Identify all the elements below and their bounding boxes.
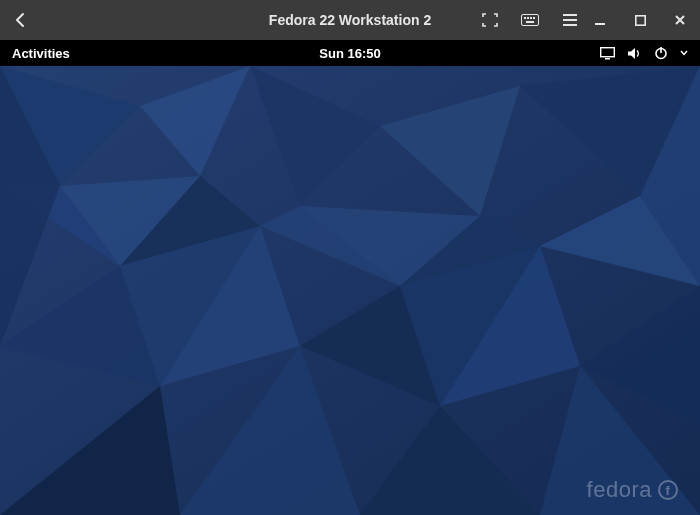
svg-rect-11	[601, 47, 615, 56]
chevron-down-icon	[680, 50, 688, 56]
svg-rect-12	[605, 58, 610, 60]
display-icon	[600, 47, 615, 60]
maximize-button[interactable]	[630, 10, 650, 30]
clock-button[interactable]: Sun 16:50	[319, 46, 380, 61]
vm-title: Fedora 22 Workstation 2	[269, 12, 431, 28]
svg-rect-4	[533, 17, 535, 19]
svg-rect-0	[522, 15, 539, 26]
fullscreen-icon	[482, 13, 498, 27]
svg-rect-14	[660, 47, 662, 53]
svg-rect-9	[595, 23, 605, 25]
close-icon	[674, 14, 686, 26]
chevron-left-icon	[15, 12, 25, 28]
hamburger-icon	[563, 14, 577, 26]
svg-rect-6	[563, 14, 577, 16]
svg-rect-7	[563, 19, 577, 21]
maximize-icon	[635, 15, 646, 26]
back-button[interactable]	[0, 0, 40, 40]
keyboard-button[interactable]	[520, 10, 540, 30]
minimize-icon	[594, 14, 606, 26]
wallpaper-pattern	[0, 66, 700, 515]
fedora-watermark: fedora f	[587, 477, 678, 503]
svg-rect-1	[524, 17, 526, 19]
fedora-logo-icon: f	[658, 480, 678, 500]
svg-rect-8	[563, 24, 577, 26]
fullscreen-button[interactable]	[480, 10, 500, 30]
menu-button[interactable]	[560, 10, 580, 30]
desktop-wallpaper[interactable]: fedora f	[0, 66, 700, 515]
power-icon	[654, 46, 668, 60]
gnome-top-bar: Activities Sun 16:50	[0, 40, 700, 66]
svg-rect-3	[530, 17, 532, 19]
vm-titlebar: Fedora 22 Workstation 2	[0, 0, 700, 40]
fedora-logo-text: fedora	[587, 477, 652, 503]
svg-rect-2	[527, 17, 529, 19]
volume-icon	[627, 47, 642, 60]
svg-rect-5	[526, 21, 534, 23]
close-button[interactable]	[670, 10, 690, 30]
activities-button[interactable]: Activities	[12, 46, 70, 61]
minimize-button[interactable]	[590, 10, 610, 30]
status-menu[interactable]	[600, 46, 688, 60]
svg-rect-10	[635, 15, 644, 24]
keyboard-icon	[521, 14, 539, 26]
